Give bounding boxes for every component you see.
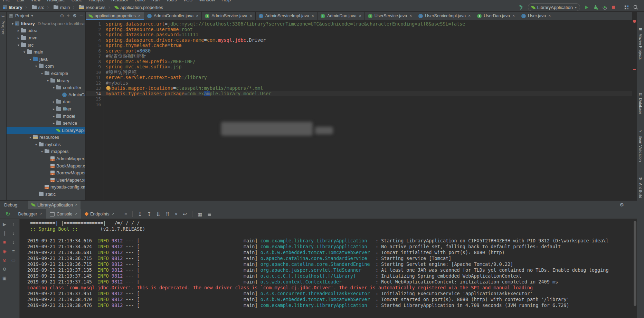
tab-userdao-java[interactable]: IUserDao.java×	[474, 12, 518, 20]
minimize-icon[interactable]: ─	[629, 202, 632, 208]
debug-tab-endpoints[interactable]: Endpoints↗	[81, 209, 118, 219]
menu-item-code[interactable]: Code	[72, 0, 82, 2]
project-panel-title[interactable]: Project	[15, 13, 29, 18]
tree-item-filter[interactable]: ▸filter	[7, 105, 85, 113]
code-editor[interactable]: 12345678910111213141516 spring.datasourc…	[86, 20, 632, 200]
up-stack-trace-icon[interactable]: ↥	[138, 211, 142, 217]
tree-item-java[interactable]: ▾java	[7, 56, 85, 63]
close-icon[interactable]: ×	[409, 13, 412, 18]
tree-expand-arrow[interactable]: ▸	[16, 29, 21, 32]
tree-collapse-arrow[interactable]: ▾	[51, 86, 56, 89]
breadcrumb-item-main[interactable]: main	[53, 5, 70, 10]
tree-item-library[interactable]: ▾libraryD:\workspace-idea\library	[7, 20, 85, 27]
clear-console-icon[interactable]: ▭	[10, 258, 17, 263]
tab-user-java[interactable]: CUser.java×	[518, 12, 554, 20]
tree-collapse-arrow[interactable]: ▾	[34, 64, 39, 68]
run-configuration-select[interactable]: LibraryApplication ▾	[528, 3, 580, 11]
tree-expand-arrow[interactable]: ▸	[51, 121, 56, 125]
toolwindow-button-database[interactable]: ▤Database	[637, 92, 644, 114]
tree-item-example[interactable]: ▾example	[7, 70, 85, 77]
tree-item-libraryapplication[interactable]: LibraryApplication	[7, 127, 85, 134]
tree-collapse-arrow[interactable]: ▾	[39, 150, 45, 153]
search-everywhere-icon[interactable]	[633, 4, 638, 10]
scroll-to-top-icon[interactable]: ⇈	[165, 211, 170, 217]
close-icon[interactable]: ×	[512, 13, 515, 18]
tree-item-static[interactable]: static	[7, 191, 85, 198]
menu-item-build[interactable]: Build	[135, 0, 145, 2]
tree-item-resources[interactable]: ▾resources	[7, 134, 85, 141]
tree-collapse-arrow[interactable]: ▾	[22, 50, 27, 54]
menu-item-window[interactable]: Window	[199, 0, 215, 2]
tree-item-mybatis[interactable]: ▾mybatis	[7, 141, 85, 148]
tree-expand-arrow[interactable]: ▸	[51, 114, 56, 118]
toolwindow-button-ant-build[interactable]: ⚒Ant Build	[637, 177, 644, 198]
hide-panel-icon[interactable]: ─	[80, 13, 83, 18]
print-icon[interactable]: ▦	[198, 211, 202, 217]
breadcrumb-item-application-properties[interactable]: application.properties	[114, 5, 164, 10]
close-icon[interactable]: ×	[359, 13, 361, 18]
tree-collapse-arrow[interactable]: ▾	[39, 71, 45, 75]
menu-item-navigate[interactable]: Navigate	[47, 0, 65, 2]
tab-userservice-java[interactable]: IUserService.java×	[365, 12, 416, 20]
close-icon[interactable]: ×	[138, 13, 141, 18]
debug-button[interactable]	[593, 4, 598, 10]
tree-item-dao[interactable]: ▸dao	[7, 98, 85, 106]
tree-expand-arrow[interactable]: ▸	[51, 107, 56, 111]
console-scrollbar[interactable]	[634, 221, 636, 306]
menu-item-refactor[interactable]: Refactor	[111, 0, 128, 2]
menu-item-analyze[interactable]: Analyze	[89, 0, 105, 2]
tree-item-usermapper-xml[interactable]: UserMapper.xml	[7, 176, 85, 184]
menu-item-run[interactable]: Run	[151, 0, 160, 2]
tree-item-library[interactable]: ▾library	[7, 77, 85, 84]
stop-button[interactable]	[611, 5, 616, 10]
intention-bulb-icon[interactable]	[106, 86, 110, 90]
tree-item-com[interactable]: ▾com	[7, 63, 85, 70]
tab-adminservice-java[interactable]: IAdminService.java×	[202, 12, 256, 20]
close-icon[interactable]: ×	[312, 13, 314, 18]
tree-collapse-arrow[interactable]: ▾	[28, 135, 33, 139]
debug-session-tab[interactable]: LibraryApplication ×	[28, 201, 80, 209]
menu-item-tools[interactable]: Tools	[166, 0, 177, 2]
tree-collapse-arrow[interactable]: ▾	[10, 22, 15, 26]
layout-blocks-icon[interactable]	[624, 5, 629, 10]
tree-expand-arrow[interactable]: ▸	[51, 100, 56, 104]
tree-item-borrowmapper-xml[interactable]: BorrowMapper.xml	[7, 169, 85, 176]
clear-output-icon[interactable]: ×	[175, 211, 178, 217]
sort-frames-icon[interactable]: ↕	[10, 240, 17, 245]
settings-gear-icon[interactable]: ⚙	[73, 13, 77, 18]
threads-icon[interactable]: ≡	[10, 249, 17, 254]
menu-item-view[interactable]: View	[31, 0, 40, 2]
error-stripe-mark[interactable]	[633, 69, 636, 70]
menu-item-help[interactable]: Help	[221, 0, 231, 2]
tree-collapse-arrow[interactable]: ▾	[16, 43, 21, 47]
tree-item-adminmapper-xml[interactable]: AdminMapper.xml	[7, 155, 85, 162]
tree-collapse-arrow[interactable]: ▾	[45, 79, 50, 83]
mute-breakpoints-icon[interactable]: ⊘	[1, 258, 8, 263]
close-icon[interactable]: ×	[196, 13, 198, 18]
pause-icon[interactable]: ∥	[1, 231, 8, 236]
breadcrumb-item-src[interactable]: src	[31, 5, 45, 10]
tree-item-admincontroller[interactable]: CAdminController	[7, 91, 85, 98]
build-hammer-icon[interactable]	[518, 4, 524, 10]
inspections-error-badge[interactable]	[633, 20, 636, 23]
tree-item-main[interactable]: ▾main	[7, 48, 85, 56]
tab-admincontroller-java[interactable]: CAdminController.java×	[144, 12, 202, 20]
settings-gear-icon[interactable]: ⚙	[620, 202, 624, 208]
step-up-icon[interactable]: ↑	[10, 222, 17, 227]
tab-userserviceimpl-java[interactable]: CUserServiceImpl.java×	[415, 12, 474, 20]
tree-item-idea[interactable]: ▸.idea	[7, 27, 85, 35]
collapse-all-icon[interactable]: ÷	[67, 13, 69, 18]
tree-item-controller[interactable]: ▾controller	[7, 84, 85, 91]
debug-tab-console[interactable]: Console↗	[46, 209, 81, 219]
tab-adminserviceimpl-java[interactable]: CAdminServiceImpl.java×	[256, 12, 318, 20]
pin-icon[interactable]: ▣	[1, 276, 8, 281]
tree-item-mybatis-config-xml[interactable]: mybatis-config.xml	[7, 184, 85, 191]
run-button[interactable]	[584, 5, 589, 10]
step-down-icon[interactable]: ↓	[10, 231, 17, 236]
toolwindow-button-project[interactable]: 1: Project	[1, 15, 5, 35]
close-icon[interactable]: ×	[75, 202, 77, 207]
menu-item-file[interactable]: File	[3, 0, 10, 2]
tree-item-bookmapper-xml[interactable]: BookMapper.xml	[7, 162, 85, 170]
tree-collapse-arrow[interactable]: ▾	[34, 143, 39, 146]
view-breakpoints-icon[interactable]: ◉	[1, 249, 8, 254]
